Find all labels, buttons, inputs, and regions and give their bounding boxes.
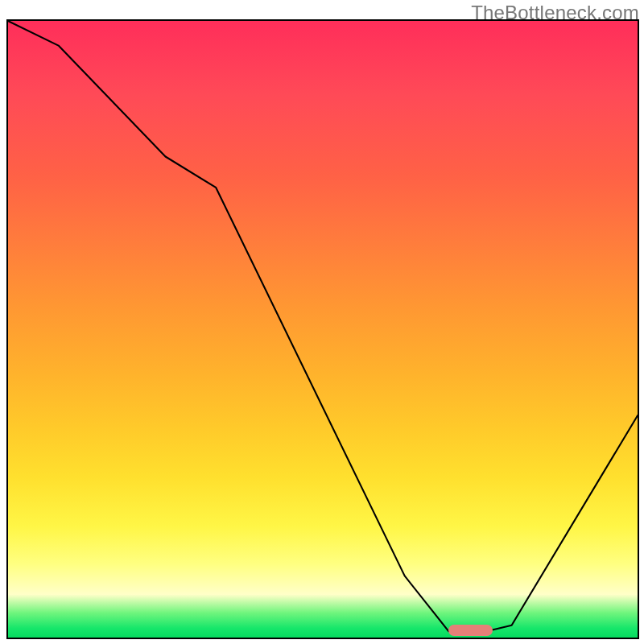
optimal-marker [448, 625, 493, 636]
curve-layer [8, 21, 638, 638]
plot-area [6, 19, 639, 639]
bottleneck-chart: TheBottleneck.com [0, 0, 644, 644]
bottleneck-curve [8, 21, 638, 631]
source-watermark: TheBottleneck.com [471, 2, 639, 24]
